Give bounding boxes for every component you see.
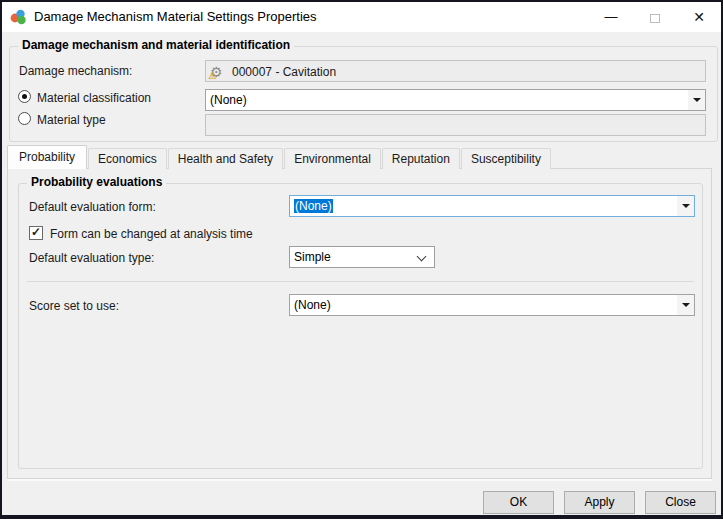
title-bar[interactable]: Damage Mechanism Material Settings Prope… xyxy=(2,2,721,32)
default-evaluation-form-value: (None) xyxy=(294,199,333,213)
tab-probability[interactable]: Probability xyxy=(7,145,87,169)
app-icon xyxy=(10,9,27,25)
maximize-button[interactable] xyxy=(633,2,677,32)
form-changeable-label[interactable]: Form can be changed at analysis time xyxy=(50,227,253,241)
default-evaluation-form-label: Default evaluation form: xyxy=(29,200,156,214)
score-set-value: (None) xyxy=(294,298,331,312)
tab-environmental[interactable]: Environmental xyxy=(284,148,381,169)
probability-tab-panel: Probability evaluations Default evaluati… xyxy=(7,168,712,479)
tab-reputation[interactable]: Reputation xyxy=(382,148,460,169)
form-changeable-checkbox[interactable]: ✓ xyxy=(29,226,43,240)
warning-icon: ⚠ xyxy=(208,68,216,84)
radio-dot xyxy=(22,94,27,99)
material-type-radio[interactable] xyxy=(18,112,31,125)
minimize-icon: — xyxy=(605,9,618,24)
probability-group-title: Probability evaluations xyxy=(27,175,166,189)
material-classification-combo[interactable]: (None) xyxy=(205,89,706,111)
damage-mechanism-value: 000007 - Cavitation xyxy=(232,61,336,83)
probability-evaluations-groupbox: Probability evaluations Default evaluati… xyxy=(18,183,703,469)
material-type-label[interactable]: Material type xyxy=(37,113,106,127)
default-evaluation-form-combo[interactable]: (None) xyxy=(289,195,695,217)
close-button[interactable]: ✕ xyxy=(677,2,721,32)
score-set-combo[interactable]: (None) xyxy=(289,294,695,316)
dropdown-arrow-icon[interactable] xyxy=(688,90,705,110)
minimize-button[interactable]: — xyxy=(589,2,633,32)
identification-group-title: Damage mechanism and material identifica… xyxy=(18,38,294,52)
tab-susceptibility[interactable]: Susceptibility xyxy=(461,148,551,169)
identification-groupbox: Damage mechanism and material identifica… xyxy=(9,46,718,142)
damage-mechanism-label: Damage mechanism: xyxy=(19,64,132,78)
default-evaluation-type-label: Default evaluation type: xyxy=(29,251,154,265)
close-dialog-button[interactable]: Close xyxy=(645,491,716,514)
ok-button[interactable]: OK xyxy=(483,491,554,514)
material-classification-radio[interactable] xyxy=(18,90,31,103)
damage-mechanism-field: ⚙ ⚠ 000007 - Cavitation xyxy=(205,60,706,82)
default-evaluation-type-value: Simple xyxy=(294,250,331,264)
dropdown-arrow-icon[interactable] xyxy=(677,295,694,315)
chevron-down-icon xyxy=(417,252,427,262)
score-set-label: Score set to use: xyxy=(29,299,119,313)
close-icon: ✕ xyxy=(693,9,705,25)
section-divider xyxy=(27,281,694,282)
window-title: Damage Mechanism Material Settings Prope… xyxy=(34,2,317,32)
check-icon: ✓ xyxy=(31,225,41,239)
gear-warning-icon: ⚙ ⚠ xyxy=(210,64,226,80)
tab-economics[interactable]: Economics xyxy=(88,148,167,169)
properties-dialog: Damage Mechanism Material Settings Prope… xyxy=(0,0,723,519)
maximize-icon xyxy=(650,14,660,23)
dropdown-arrow-icon[interactable] xyxy=(677,196,694,216)
material-type-field xyxy=(205,114,706,136)
tab-strip: Probability Economics Health and Safety … xyxy=(7,145,552,169)
tab-health-and-safety[interactable]: Health and Safety xyxy=(168,148,283,169)
apply-button[interactable]: Apply xyxy=(564,491,635,514)
material-classification-value: (None) xyxy=(210,93,247,107)
material-classification-label[interactable]: Material classification xyxy=(37,91,151,105)
default-evaluation-type-select[interactable]: Simple xyxy=(289,246,435,268)
